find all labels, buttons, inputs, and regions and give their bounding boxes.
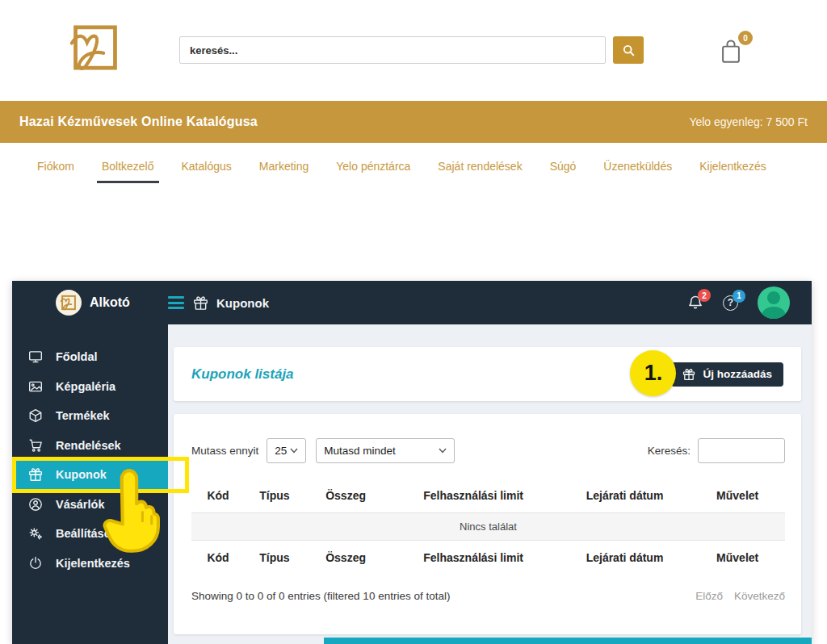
nav-item-boltkezelo[interactable]: Boltkezelő: [102, 160, 154, 173]
gift-icon: [193, 295, 208, 311]
nav-item-yelo-penztarca[interactable]: Yelo pénztárca: [336, 160, 410, 173]
sidebar-item-label: Beállítások: [56, 527, 118, 540]
admin-header-actions: 2 ? 1: [687, 286, 812, 319]
chevron-down-icon: [439, 448, 447, 454]
sidebar-item-label: Kuponok: [56, 468, 107, 481]
add-new-button-label: Új hozzáadás: [703, 368, 772, 380]
footer-header-limit: Felhasználási limit: [388, 551, 560, 564]
nav-item-kijelentkezes[interactable]: Kijelentkezés: [699, 160, 766, 173]
gears-icon: [28, 526, 43, 541]
cart-button[interactable]: 0: [717, 31, 754, 68]
column-header-kod[interactable]: Kód: [191, 489, 245, 502]
help-button[interactable]: ? 1: [723, 295, 738, 311]
column-header-datum[interactable]: Lejárati dátum: [560, 489, 691, 502]
sidebar-item-kepgaleria[interactable]: Képgaléria: [12, 372, 168, 402]
add-new-button[interactable]: Új hozzáadás: [671, 362, 783, 387]
sidebar-item-termekek[interactable]: Termékek: [12, 401, 168, 431]
banner-title: Hazai Kézművesek Online Katalógusa: [19, 115, 258, 129]
footer-header-tipus: Típus: [245, 551, 304, 564]
column-header-limit[interactable]: Felhasználási limit: [388, 489, 560, 502]
length-label: Mutass ennyit: [191, 445, 258, 457]
top-banner: Hazai Kézművesek Online Katalógusa Yelo …: [0, 101, 827, 143]
admin-main: Kuponok listája 1. Új hozzáadás: [168, 324, 812, 644]
table-search-label: Keresés:: [648, 445, 691, 457]
main-nav: Fiókom Boltkezelő Katalógus Marketing Ye…: [0, 143, 827, 190]
nav-item-uzenetkuldes[interactable]: Üzenetküldés: [603, 160, 672, 173]
cart-icon: [28, 438, 43, 453]
gift-icon: [682, 368, 695, 381]
notifications-count-badge: 2: [698, 289, 711, 302]
table-footer-row: Kód Típus Összeg Felhasználási limit Lej…: [191, 541, 785, 572]
page-length-value: 25: [275, 445, 287, 457]
footer-header-datum: Lejárati dátum: [560, 551, 691, 564]
sidebar-item-kijelentkezes[interactable]: Kijelentkezés: [12, 549, 168, 579]
page-length-select[interactable]: 25: [267, 438, 306, 463]
sidebar-item-label: Képgaléria: [56, 380, 115, 393]
admin-brand[interactable]: Alkotó: [12, 290, 168, 316]
pagination-next[interactable]: Következő: [734, 590, 785, 602]
page: 0 Hazai Kézművesek Online Katalógusa Yel…: [0, 0, 827, 644]
sidebar-item-vasarlok[interactable]: Vásárlók: [12, 490, 168, 520]
sidebar-item-label: Rendelések: [56, 439, 121, 452]
footer-header-kod: Kód: [191, 551, 245, 564]
nav-item-sajat-rendelesek[interactable]: Saját rendelések: [438, 160, 522, 173]
notifications-button[interactable]: 2: [687, 295, 703, 311]
list-title-card: Kuponok listája 1. Új hozzáadás: [174, 347, 801, 401]
column-header-muvelet[interactable]: Művelet: [690, 489, 785, 502]
coupons-table-card: Mutass ennyit 25 Mutasd mindet: [174, 414, 801, 634]
nav-item-katalogus[interactable]: Katalógus: [182, 160, 232, 173]
sidebar-item-fooldal[interactable]: Főoldal: [12, 342, 168, 372]
nav-item-marketing[interactable]: Marketing: [259, 160, 309, 173]
sidebar-item-beallitasok[interactable]: Beállítások: [12, 519, 168, 549]
admin-header: Alkotó Kuponok: [12, 281, 812, 324]
step-annotation: 1.: [630, 350, 676, 396]
site-logo[interactable]: [68, 18, 123, 77]
footer-header-osszeg: Összeg: [304, 551, 388, 564]
sidebar-item-label: Főoldal: [56, 350, 98, 363]
column-header-tipus[interactable]: Típus: [245, 489, 304, 502]
footer-strip: [324, 638, 812, 644]
sidebar-item-label: Termékek: [56, 409, 110, 422]
avatar-silhouette-icon: [767, 291, 780, 304]
pagination: Előző Következő: [695, 590, 785, 602]
footer-header-muvelet: Művelet: [690, 551, 785, 564]
yelo-balance: Yelo egyenleg: 7 500 Ft: [689, 115, 808, 128]
hamburger-menu-icon[interactable]: [168, 296, 184, 309]
sidebar-item-label: Vásárlók: [56, 498, 104, 511]
chevron-down-icon: [290, 448, 298, 454]
cart-count-badge: 0: [738, 31, 753, 45]
card-actions: 1. Új hozzáadás: [671, 362, 783, 387]
nav-item-sugo[interactable]: Súgó: [550, 160, 577, 173]
admin-page-title: Kuponok: [216, 296, 269, 310]
type-filter-select[interactable]: Mutasd mindet: [316, 438, 455, 463]
sidebar-item-label: Kijelentkezés: [56, 557, 130, 570]
monitor-icon: [28, 349, 43, 364]
package-icon: [28, 408, 43, 423]
admin-panel: Alkotó Kuponok: [12, 281, 812, 644]
table-header-row: Kód Típus Összeg Felhasználási limit Lej…: [191, 489, 785, 513]
table-search-input[interactable]: [698, 438, 785, 463]
site-header: 0: [0, 0, 827, 101]
customer-icon: [28, 497, 43, 512]
list-title: Kuponok listája: [191, 366, 671, 383]
image-icon: [28, 379, 43, 394]
search-input[interactable]: [179, 36, 606, 64]
type-filter-value: Mutasd mindet: [324, 445, 396, 457]
nav-item-fiokom[interactable]: Fiókom: [37, 160, 74, 173]
pagination-previous[interactable]: Előző: [695, 590, 723, 602]
table-info-bar: Showing 0 to 0 of 0 entries (filtered 10…: [191, 590, 785, 602]
column-header-osszeg[interactable]: Összeg: [304, 489, 388, 502]
sidebar-item-rendelesek[interactable]: Rendelések: [12, 431, 168, 461]
admin-sidebar: Főoldal Képgaléria: [12, 324, 168, 644]
site-search: [179, 36, 644, 64]
table-controls: Mutass ennyit 25 Mutasd mindet: [191, 438, 785, 463]
user-avatar[interactable]: [758, 286, 790, 319]
search-icon: [622, 44, 636, 57]
entries-info: Showing 0 to 0 of 0 entries (filtered 10…: [191, 590, 450, 602]
gift-icon: [28, 467, 43, 482]
admin-brand-name: Alkotó: [90, 295, 130, 310]
empty-table-message: Nincs találat: [191, 513, 785, 541]
sidebar-item-kuponok[interactable]: Kuponok: [12, 460, 168, 490]
power-icon: [28, 556, 43, 571]
search-button[interactable]: [613, 36, 644, 64]
